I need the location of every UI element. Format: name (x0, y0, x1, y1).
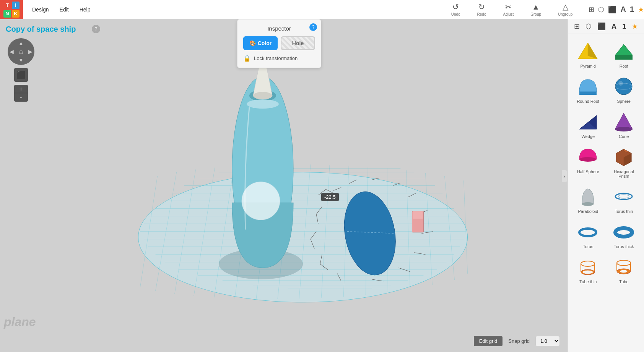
ungroup-button[interactable]: △ Ungroup (553, 1, 577, 18)
menu-edit[interactable]: Edit (54, 3, 74, 16)
wedge-label: Wedge (581, 134, 595, 139)
svg-point-98 (620, 270, 628, 273)
adjust-label: Adjust (503, 12, 514, 16)
svg-point-77 (615, 127, 633, 131)
svg-point-73 (618, 81, 623, 86)
viewport[interactable]: Copy of space ship ? ▲ ⌂ ▼ ◀ ▶ ⬛ + - (0, 19, 568, 352)
undo-label: Undo (451, 12, 460, 16)
svg-point-88 (620, 231, 628, 234)
adjust-button[interactable]: ✂ Adjust (498, 1, 518, 18)
sidebar-text-icon[interactable]: A (611, 23, 616, 31)
tube-label: Tube (619, 279, 629, 284)
cube-icon[interactable]: ⬡ (598, 5, 604, 14)
svg-point-40 (253, 92, 272, 99)
svg-point-93 (582, 270, 593, 274)
torus-icon (577, 220, 600, 243)
menu-help[interactable]: Help (74, 3, 96, 16)
logo-k: K (12, 10, 20, 18)
inspector-buttons: 🎨 Color Hole (243, 36, 315, 50)
sidebar-box-icon[interactable]: ⬛ (597, 22, 606, 31)
sidebar-grid-icon[interactable]: ⊞ (574, 22, 580, 31)
torus-thick-label: Torus thick (614, 244, 634, 249)
pyramid-icon (577, 39, 600, 62)
shape-wedge[interactable]: Wedge (571, 107, 605, 141)
torus-thin-icon (612, 185, 635, 208)
star-icon[interactable]: ★ (638, 5, 644, 14)
lock-row: 🔒 Lock transformation (243, 55, 315, 62)
shape-hex-prism[interactable]: Hexagonal Prism (607, 143, 641, 181)
watermark: plane (4, 315, 36, 329)
svg-point-82 (582, 202, 594, 206)
torus-thin-label: Torus thin (615, 209, 633, 214)
snap-grid-select[interactable]: 1.0 0.5 0.25 2.0 (535, 336, 560, 346)
inspector-title: Inspector (243, 25, 315, 32)
grid-icon[interactable]: ⊞ (589, 5, 594, 14)
tube-icon (612, 255, 635, 278)
round-roof-label: Round Roof (577, 99, 599, 104)
wedge-icon (577, 110, 600, 133)
inspector-panel: Inspector ? 🎨 Color Hole 🔒 Lock transfor… (237, 19, 321, 68)
edit-grid-button[interactable]: Edit grid (474, 336, 503, 346)
redo-button[interactable]: ↻ Redo (473, 1, 491, 18)
svg-point-42 (242, 182, 280, 220)
svg-point-89 (581, 261, 595, 266)
hex-prism-label: Hexagonal Prism (608, 169, 640, 178)
tube-thin-icon (577, 255, 600, 278)
svg-marker-76 (615, 113, 633, 129)
logo-i: I (12, 2, 20, 9)
color-button[interactable]: 🎨 Color (243, 36, 278, 50)
snap-grid-label: Snap grid (508, 338, 530, 344)
text-icon[interactable]: A (620, 5, 626, 14)
ungroup-icon: △ (563, 2, 568, 11)
undo-icon: ↺ (452, 2, 459, 11)
undo-button[interactable]: ↺ Undo (447, 1, 465, 18)
roof-label: Roof (620, 64, 628, 68)
number-icon: 1 (630, 5, 634, 14)
shape-torus-thin[interactable]: Torus thin (607, 182, 641, 216)
shape-half-sphere[interactable]: Half Sphere (571, 143, 605, 181)
ungroup-label: Ungroup (558, 12, 572, 16)
menu-items: Design Edit Help (27, 3, 96, 16)
round-roof-icon (577, 75, 600, 97)
hole-label: Hole (292, 40, 304, 46)
shape-sphere[interactable]: Sphere (607, 72, 641, 106)
shape-tube[interactable]: Tube (607, 253, 641, 286)
color-icon: 🎨 (249, 40, 256, 46)
shape-cone[interactable]: Cone (607, 107, 641, 141)
cone-label: Cone (619, 134, 629, 139)
redo-label: Redo (477, 12, 486, 16)
paraboloid-icon (577, 185, 600, 208)
hole-button[interactable]: Hole (281, 36, 315, 50)
sidebar-star-icon[interactable]: ★ (632, 22, 638, 31)
sphere-label: Sphere (617, 99, 631, 104)
cone-icon (612, 110, 635, 133)
menu-design[interactable]: Design (27, 3, 54, 16)
roof-icon (612, 39, 635, 62)
inspector-help-button[interactable]: ? (309, 23, 317, 31)
toolbar: ↺ Undo ↻ Redo ✂ Adjust ▲ Group △ Ungroup (447, 1, 577, 18)
shape-round-roof[interactable]: Round Roof (571, 72, 605, 106)
right-sidebar: ⊞ ⬡ ⬛ A 1 ★ Pyramid (568, 19, 644, 352)
torus-label: Torus (583, 244, 593, 249)
svg-point-41 (247, 99, 279, 109)
paraboloid-label: Paraboloid (578, 209, 598, 214)
shape-roof[interactable]: Roof (607, 37, 641, 71)
svg-point-94 (617, 260, 631, 266)
group-button[interactable]: ▲ Group (526, 1, 546, 18)
shape-tube-thin[interactable]: Tube thin (571, 253, 605, 286)
sidebar-hex-icon[interactable]: ⬡ (585, 22, 592, 31)
logo[interactable]: T I N K (0, 0, 23, 19)
pyramid-label: Pyramid (581, 64, 596, 68)
half-sphere-icon (577, 145, 600, 168)
svg-point-78 (579, 157, 596, 162)
lock-label: Lock transformation (254, 55, 298, 61)
shape-paraboloid[interactable]: Paraboloid (571, 182, 605, 216)
box-icon[interactable]: ⬛ (608, 5, 616, 14)
bottom-controls: Edit grid Snap grid 1.0 0.5 0.25 2.0 (474, 336, 560, 346)
shape-torus[interactable]: Torus (571, 217, 605, 251)
shape-pyramid[interactable]: Pyramid (571, 37, 605, 71)
sidebar-top-icons: ⊞ ⬡ ⬛ A 1 ★ (568, 19, 644, 34)
lock-icon: 🔒 (243, 55, 251, 62)
collapse-sidebar-button[interactable]: › (562, 170, 567, 182)
shape-torus-thick[interactable]: Torus thick (607, 217, 641, 251)
